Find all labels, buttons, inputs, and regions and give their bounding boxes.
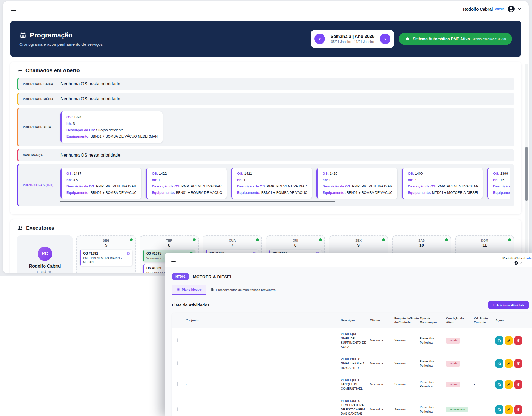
copy-icon bbox=[498, 383, 501, 386]
page-title: Programação bbox=[30, 31, 72, 39]
cell-val-ponto: - bbox=[472, 378, 494, 390]
copy-button[interactable] bbox=[495, 336, 503, 345]
cell-conjunto: - bbox=[184, 404, 339, 415]
priority-label: PREVENTIVAS (PMP) bbox=[23, 183, 57, 187]
pencil-icon bbox=[507, 383, 511, 386]
add-activity-button[interactable]: + Adicionar Atividade bbox=[488, 301, 529, 309]
pencil-icon bbox=[507, 362, 511, 365]
table-row: - VERIFIQUE O TEMPERATURA DE ESTACAGEM D… bbox=[172, 395, 532, 416]
avatar: RC bbox=[38, 247, 52, 261]
row-checkbox[interactable] bbox=[177, 407, 178, 411]
os-card-1394[interactable]: OS: 1394 hh: 3 Descrição da OS: Sucção d… bbox=[60, 111, 163, 143]
os-card-1421[interactable]: OS: 1421 hh: 1 Descrição da OS: PMP: PRE… bbox=[231, 168, 312, 199]
col-oficina: Oficina bbox=[368, 315, 393, 326]
os-card-1400[interactable]: OS: 1400 hh: 2 Descrição da OS: PMP: PRE… bbox=[402, 168, 483, 199]
next-week-button[interactable]: › bbox=[380, 34, 390, 44]
status-badge: Parado bbox=[446, 382, 460, 387]
os-id: OS #1395 bbox=[146, 252, 161, 255]
os-card-1422[interactable]: OS: 1422 hh: 1 Descrição da OS: PMP: PRE… bbox=[146, 168, 227, 199]
activities-table: Conjunto Descrição Oficina Frequência/Po… bbox=[172, 313, 532, 416]
day-status-dot bbox=[130, 238, 133, 241]
edit-button[interactable] bbox=[505, 380, 513, 389]
os-id: OS #1391 bbox=[83, 252, 98, 255]
delete-button[interactable] bbox=[514, 405, 522, 414]
list-icon bbox=[176, 288, 180, 291]
copy-button[interactable] bbox=[495, 380, 503, 389]
hh-value: 3 bbox=[73, 122, 75, 126]
day-status-dot bbox=[508, 238, 511, 241]
cell-conjunto: - bbox=[184, 334, 339, 346]
overlay-menu-icon[interactable] bbox=[170, 257, 177, 263]
robot-icon bbox=[405, 36, 410, 41]
os-card-1420[interactable]: OS: 1420 hh: 1 Descrição da OS: PMP: PRE… bbox=[316, 168, 397, 199]
os-card-1487[interactable]: OS: 1487 hh: 0.5 Descrição da OS: PMP: P… bbox=[60, 168, 141, 199]
table-header-row: Conjunto Descrição Oficina Frequência/Po… bbox=[172, 313, 532, 328]
equipment-detail-window: Rodolfo Cabral Ativus MTD01 MOTOER À DIE… bbox=[165, 253, 532, 416]
cell-frequencia: Semanal bbox=[393, 404, 418, 415]
tab-label: Procedimentos de manutenção preventiva bbox=[216, 288, 276, 291]
cell-frequencia: Semanal bbox=[393, 378, 418, 390]
priority-row-seguranca: SEGURANÇA Nenhuma OS nesta prioridade bbox=[17, 149, 514, 161]
equipment-name: MOTOER À DIESEL bbox=[193, 274, 232, 279]
priority-empty-text: Nenhuma OS nesta prioridade bbox=[60, 153, 120, 158]
cell-val-ponto: - bbox=[472, 357, 494, 369]
chamados-title: Chamados em Aberto bbox=[25, 67, 80, 73]
priority-label: PRIORIDADE MÉDIA bbox=[23, 97, 57, 101]
cell-descricao: VERIFIQUE O NIVEL DE OLEO DO CARTER bbox=[339, 353, 368, 374]
main-window: Rodolfo Cabral Ativus Programação Cronog… bbox=[3, 1, 529, 273]
executor-user-card[interactable]: RC Rodolfo Cabral USUÁRIO bbox=[17, 235, 73, 273]
table-row: - VERIFIQUE O NIVEL DE OLEO DO CARTER Me… bbox=[172, 353, 532, 374]
copy-icon bbox=[498, 339, 501, 343]
main-topbar: Rodolfo Cabral Ativus bbox=[3, 1, 529, 17]
vertical-scrollbar-track bbox=[525, 64, 528, 267]
overlay-user-status: Ativus bbox=[526, 257, 532, 260]
row-checkbox[interactable] bbox=[177, 338, 178, 342]
cell-tipo: Preventiva Periodica bbox=[418, 333, 444, 349]
copy-button[interactable] bbox=[495, 405, 503, 414]
day-number: 5 bbox=[80, 243, 132, 247]
week-range: 05/01 Janeiro - 11/01 Janeiro bbox=[331, 40, 375, 44]
os-description: Sucção deficiente bbox=[96, 128, 124, 132]
os-card-1391[interactable]: OS #1391 PMP: PREVENTIVA DIARIO - MECAN.… bbox=[80, 250, 132, 266]
copy-button[interactable] bbox=[495, 359, 503, 368]
os-card-1399[interactable]: OS: 1399 hh: 0.5 Descrição da OS: PMP: P… bbox=[487, 168, 510, 199]
menu-icon[interactable] bbox=[10, 6, 17, 12]
prev-week-button[interactable]: ‹ bbox=[314, 34, 325, 44]
page-subtitle: Cronograma e acompanhamento de serviços bbox=[19, 42, 103, 47]
status-badge: Parado bbox=[446, 361, 460, 366]
pmp-last-run: Última execução: 06:00 bbox=[473, 37, 506, 40]
row-checkbox[interactable] bbox=[177, 382, 178, 386]
week-selector: ‹ Semana 2 | Ano 2026 05/01 Janeiro - 11… bbox=[311, 30, 395, 48]
delete-button[interactable] bbox=[514, 380, 522, 389]
status-badge: Funcionando bbox=[446, 407, 468, 412]
executor-name: Rodolfo Cabral bbox=[29, 264, 61, 269]
chevron-down-icon bbox=[519, 262, 522, 264]
edit-button[interactable] bbox=[505, 405, 513, 414]
user-menu[interactable]: Rodolfo Cabral Ativus bbox=[463, 5, 522, 12]
os-number: 1394 bbox=[74, 115, 81, 119]
user-avatar-icon bbox=[514, 261, 518, 265]
overlay-user-menu[interactable]: Rodolfo Cabral Ativus bbox=[502, 255, 532, 265]
overlay-topbar: Rodolfo Cabral Ativus bbox=[165, 253, 532, 267]
trash-icon bbox=[516, 408, 520, 411]
delete-button[interactable] bbox=[514, 336, 522, 345]
horizontal-scrollbar[interactable] bbox=[60, 201, 335, 202]
list-icon bbox=[17, 68, 23, 73]
cell-frequencia: Semanal bbox=[393, 334, 418, 346]
priority-row-baixa: PRIORIDADE BAIXA Nenhuma OS nesta priori… bbox=[17, 78, 514, 90]
equipment-tag-badge: MTD01 bbox=[172, 273, 189, 280]
calendar-icon bbox=[19, 32, 27, 39]
day-number: 9 bbox=[332, 243, 385, 247]
day-abbr: SEG bbox=[80, 239, 132, 242]
day-abbr: QUI bbox=[269, 239, 322, 242]
edit-button[interactable] bbox=[505, 336, 513, 345]
tab-procedimentos[interactable]: Procedimentos de manutenção preventiva bbox=[206, 285, 280, 295]
row-checkbox[interactable] bbox=[177, 361, 178, 365]
vertical-scrollbar[interactable] bbox=[525, 147, 528, 201]
cell-tipo: Preventiva Periodica bbox=[418, 376, 444, 393]
copy-icon bbox=[498, 408, 501, 411]
priority-row-preventivas: PREVENTIVAS (PMP) OS: 1487 hh: 0.5 Descr… bbox=[17, 164, 514, 206]
tab-plano-mestre[interactable]: Plano Mestre bbox=[172, 285, 206, 295]
delete-button[interactable] bbox=[514, 359, 522, 368]
edit-button[interactable] bbox=[505, 359, 513, 368]
